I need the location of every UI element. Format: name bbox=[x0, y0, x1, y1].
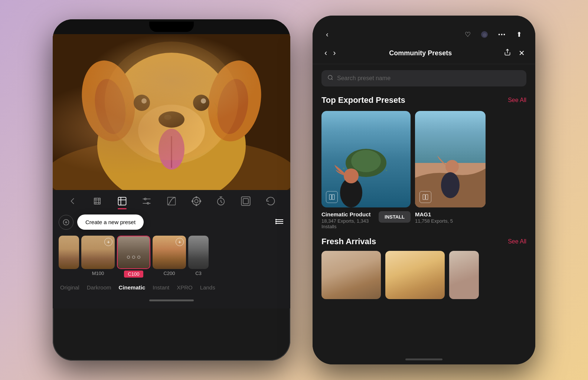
category-lands[interactable]: Lands bbox=[200, 284, 215, 291]
search-bar[interactable]: Search preset name bbox=[321, 70, 526, 86]
frame-icon[interactable] bbox=[238, 194, 254, 208]
home-indicator bbox=[53, 295, 290, 305]
create-preset-tooltip[interactable]: Create a new preset bbox=[77, 214, 144, 230]
crop-icon[interactable] bbox=[89, 194, 105, 208]
notch bbox=[149, 22, 194, 32]
preset-thumb-c100[interactable]: C100 bbox=[117, 236, 150, 278]
svg-point-27 bbox=[192, 197, 200, 205]
svg-point-43 bbox=[328, 75, 332, 79]
preset-img-m100: + bbox=[81, 236, 115, 269]
history-icon[interactable] bbox=[262, 194, 279, 208]
list-button[interactable] bbox=[275, 217, 284, 227]
svg-point-40 bbox=[276, 221, 277, 222]
category-xpro[interactable]: XPRO bbox=[177, 284, 193, 291]
svg-rect-59 bbox=[423, 194, 425, 200]
svg-rect-0 bbox=[53, 34, 290, 190]
back-toolbar-btn[interactable] bbox=[64, 194, 81, 208]
svg-point-1 bbox=[53, 138, 290, 190]
share-icon-status[interactable]: ⬆ bbox=[516, 30, 522, 39]
svg-rect-54 bbox=[332, 194, 334, 200]
preset-dot-2 bbox=[132, 256, 135, 259]
preset-card-img-mag1 bbox=[415, 111, 486, 207]
svg-point-28 bbox=[196, 197, 197, 198]
preset-card-cinematic[interactable]: Cinematic Product 18,347 Exports, 1,343 … bbox=[321, 111, 411, 229]
preset-card-name-1: Cinematic Product bbox=[321, 211, 376, 217]
preset-thumb-c200[interactable]: + C200 bbox=[153, 236, 186, 276]
search-bar-wrap: Search preset name bbox=[313, 64, 535, 92]
svg-rect-53 bbox=[329, 194, 331, 200]
preset-dot-3 bbox=[137, 256, 140, 259]
preset-img-c200: + bbox=[153, 236, 186, 269]
preset-card-info-1: Cinematic Product 18,347 Exports, 1,343 … bbox=[321, 211, 411, 229]
camera-dot: ⬤ bbox=[481, 31, 488, 38]
category-instant[interactable]: Instant bbox=[153, 284, 169, 291]
svg-rect-34 bbox=[243, 199, 248, 204]
preset-card-img-cinematic bbox=[321, 111, 411, 207]
search-placeholder[interactable]: Search preset name bbox=[337, 75, 391, 82]
status-back-icon[interactable]: ‹ bbox=[326, 30, 329, 39]
preset-img-partial bbox=[59, 236, 79, 269]
right-phone-content: Search preset name Top Exported Presets … bbox=[313, 64, 535, 364]
nav-forward-btn[interactable]: › bbox=[331, 47, 337, 59]
svg-point-7 bbox=[213, 76, 252, 137]
more-dots[interactable]: ••• bbox=[498, 32, 506, 37]
fresh-arrivals-see-all[interactable]: See All bbox=[508, 238, 526, 245]
add-preset-c200[interactable]: + bbox=[176, 238, 184, 246]
category-row: Original Darkroom Cinematic Instant XPRO… bbox=[53, 281, 290, 295]
preset-strip: + M100 C100 bbox=[53, 233, 290, 281]
preset-thumb-m100[interactable]: + M100 bbox=[81, 236, 115, 276]
category-darkroom[interactable]: Darkroom bbox=[87, 284, 111, 291]
fresh-arrivals-section: Fresh Arrivals See All bbox=[313, 229, 535, 246]
category-cinematic[interactable]: Cinematic bbox=[119, 284, 146, 291]
adjustments-icon[interactable] bbox=[138, 194, 155, 208]
preset-circle-button[interactable] bbox=[59, 215, 74, 230]
preset-label-c200: C200 bbox=[163, 271, 175, 276]
svg-point-15 bbox=[159, 129, 184, 170]
preset-card-info-2: MAG1 11,758 Exports, 5 bbox=[415, 211, 486, 224]
preset-img-c100 bbox=[117, 236, 150, 269]
filter-icon[interactable] bbox=[114, 194, 130, 208]
card-overlay-icon-1 bbox=[326, 191, 338, 203]
nav-share-btn[interactable] bbox=[504, 49, 511, 58]
svg-rect-33 bbox=[241, 197, 250, 205]
preset-card-mag1[interactable]: MAG1 11,758 Exports, 5 bbox=[415, 111, 486, 229]
preset-card-stats-1: 18,347 Exports, 1,343 Installs bbox=[321, 218, 376, 229]
svg-point-52 bbox=[344, 168, 359, 183]
curves-icon[interactable] bbox=[163, 194, 180, 208]
fresh-card-1[interactable] bbox=[321, 251, 381, 299]
svg-point-48 bbox=[351, 150, 381, 172]
svg-point-57 bbox=[445, 160, 459, 173]
dog-photo bbox=[53, 34, 290, 190]
category-original[interactable]: Original bbox=[60, 284, 79, 291]
preset-img-c3 bbox=[188, 236, 209, 269]
svg-rect-21 bbox=[94, 203, 100, 204]
fresh-arrivals-header: Fresh Arrivals See All bbox=[321, 237, 526, 246]
svg-point-13 bbox=[141, 98, 147, 104]
notch-area bbox=[53, 19, 290, 34]
add-preset-m100[interactable]: + bbox=[104, 238, 112, 246]
svg-point-14 bbox=[201, 98, 206, 104]
status-heart-icon[interactable]: ♡ bbox=[465, 30, 471, 39]
svg-point-50 bbox=[386, 170, 387, 171]
fresh-card-3-partial[interactable] bbox=[449, 251, 479, 299]
top-exported-see-all[interactable]: See All bbox=[508, 97, 526, 104]
preset-thumb-partial-left[interactable] bbox=[59, 236, 79, 269]
card-overlay-icon-2 bbox=[419, 191, 431, 203]
nav-close-btn[interactable]: ✕ bbox=[519, 49, 525, 58]
svg-point-17 bbox=[105, 42, 238, 160]
svg-point-49 bbox=[343, 168, 345, 170]
home-bar-right bbox=[405, 358, 442, 360]
install-btn-1[interactable]: INSTALL bbox=[379, 211, 411, 223]
preset-thumb-c3[interactable]: C3 bbox=[188, 236, 209, 276]
timer-icon[interactable] bbox=[213, 194, 229, 208]
effects-icon[interactable] bbox=[188, 194, 205, 208]
svg-point-58 bbox=[441, 172, 460, 198]
top-exported-header: Top Exported Presets See All bbox=[313, 92, 535, 111]
active-indicator bbox=[118, 208, 127, 209]
top-exported-title: Top Exported Presets bbox=[321, 95, 405, 105]
nav-back-btn[interactable]: ‹ bbox=[323, 47, 329, 59]
svg-point-26 bbox=[195, 199, 198, 203]
svg-point-30 bbox=[192, 200, 193, 202]
preset-label-c3: C3 bbox=[195, 271, 202, 276]
fresh-card-2[interactable] bbox=[385, 251, 445, 299]
